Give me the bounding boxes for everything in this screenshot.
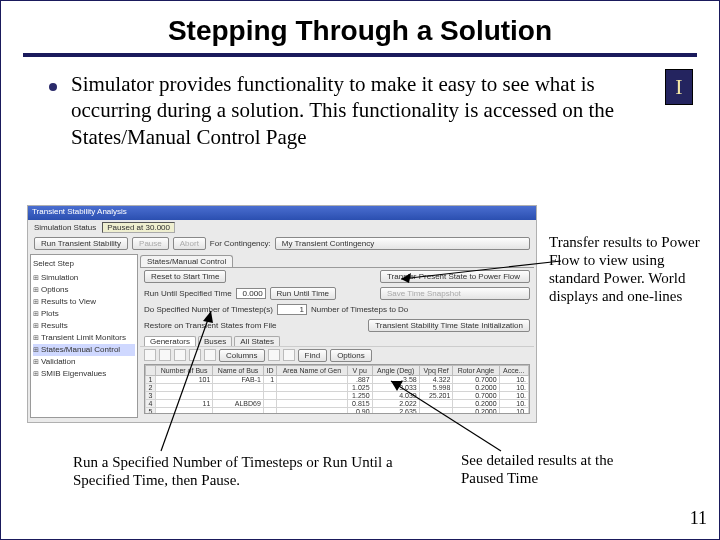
bullet-text: Simulator provides functionality to make… bbox=[71, 71, 679, 150]
results-grid[interactable]: Number of BusName of BusIDArea Name of G… bbox=[144, 364, 530, 414]
tree-node[interactable]: Validation bbox=[33, 356, 135, 368]
abort-button[interactable]: Abort bbox=[173, 237, 206, 250]
table-row[interactable]: 411ALBD690.8152.0220.200010. bbox=[146, 400, 529, 408]
subtab-buses[interactable]: Buses bbox=[198, 336, 232, 346]
page-number: 11 bbox=[690, 508, 707, 529]
column-header[interactable]: V pu bbox=[347, 366, 372, 376]
annotation-run-steps: Run a Specified Number of Timesteps or R… bbox=[73, 453, 413, 489]
column-header[interactable] bbox=[146, 366, 156, 376]
tree-header: Select Step bbox=[33, 258, 135, 272]
toolbar-icon[interactable] bbox=[159, 349, 171, 361]
tree-node[interactable]: Results to View bbox=[33, 296, 135, 308]
timesteps-count-field[interactable]: 1 bbox=[277, 304, 307, 315]
tree-node[interactable]: Results bbox=[33, 320, 135, 332]
bullet-dot-icon bbox=[49, 83, 57, 91]
run-until-time-button[interactable]: Run Until Time bbox=[270, 287, 336, 300]
tree-node[interactable]: Transient Limit Monitors bbox=[33, 332, 135, 344]
column-header[interactable]: ID bbox=[263, 366, 276, 376]
find-button[interactable]: Find bbox=[298, 349, 328, 362]
step-tree[interactable]: Select Step SimulationOptionsResults to … bbox=[30, 254, 138, 418]
toolbar-icon[interactable] bbox=[204, 349, 216, 361]
run-button[interactable]: Run Transient Stability bbox=[34, 237, 128, 250]
toolbar-icon[interactable] bbox=[174, 349, 186, 361]
state-init-button[interactable]: Transient Stability Time State Initializ… bbox=[368, 319, 530, 332]
app-screenshot: Transient Stability Analysis Simulation … bbox=[27, 205, 537, 423]
bullet-item: Simulator provides functionality to make… bbox=[1, 57, 719, 150]
column-header[interactable]: Area Name of Gen bbox=[277, 366, 347, 376]
save-snapshot-button[interactable]: Save Time Snapshot bbox=[380, 287, 530, 300]
restore-states-label: Restore on Transient States from File bbox=[144, 321, 277, 330]
options-button[interactable]: Options bbox=[330, 349, 372, 362]
toolbar-icon[interactable] bbox=[189, 349, 201, 361]
pause-button[interactable]: Pause bbox=[132, 237, 169, 250]
columns-button[interactable]: Columns bbox=[219, 349, 265, 362]
toolbar-icon[interactable] bbox=[283, 349, 295, 361]
reset-button[interactable]: Reset to Start Time bbox=[144, 270, 226, 283]
logo-letter: I bbox=[675, 74, 682, 100]
column-header[interactable]: Angle (Deg) bbox=[372, 366, 419, 376]
table-row[interactable]: 1101FAB-11.887-3.584.3220.700010. bbox=[146, 376, 529, 384]
subtab-strip: Generators Buses All States bbox=[140, 334, 534, 346]
annotation-transfer: Transfer results to Power Flow to view u… bbox=[549, 233, 701, 305]
run-until-label: Run Until Specified Time bbox=[144, 289, 232, 298]
column-header[interactable]: Vpq Ref bbox=[419, 366, 453, 376]
institution-logo: I bbox=[665, 69, 693, 105]
tab-states-manual[interactable]: States/Manual Control bbox=[140, 255, 233, 267]
toolbar-icon[interactable] bbox=[144, 349, 156, 361]
tree-node[interactable]: Plots bbox=[33, 308, 135, 320]
transfer-state-button[interactable]: Transfer Present State to Power Flow bbox=[380, 270, 530, 283]
toolbar-icon[interactable] bbox=[268, 349, 280, 361]
annotation-detailed: See detailed results at the Paused Time bbox=[461, 451, 631, 487]
subtab-all-states[interactable]: All States bbox=[234, 336, 280, 346]
run-until-time-field[interactable]: 0.000 bbox=[236, 288, 266, 299]
table-row[interactable]: 21.0253.0335.9980.200010. bbox=[146, 384, 529, 392]
window-titlebar: Transient Stability Analysis bbox=[28, 206, 536, 220]
tree-node[interactable]: SMIB Eigenvalues bbox=[33, 368, 135, 380]
sim-status-value: Paused at 30.000 bbox=[102, 222, 175, 233]
table-row[interactable]: 50.902.6350.200010. bbox=[146, 408, 529, 415]
tree-node[interactable]: Options bbox=[33, 284, 135, 296]
column-header[interactable]: Name of Bus bbox=[213, 366, 264, 376]
slide-title: Stepping Through a Solution bbox=[1, 1, 719, 53]
tree-node[interactable]: Simulation bbox=[33, 272, 135, 284]
for-contingency-label: For Contingency: bbox=[210, 239, 271, 248]
subtab-generators[interactable]: Generators bbox=[144, 336, 196, 346]
column-header[interactable]: Acce... bbox=[499, 366, 528, 376]
tree-node[interactable]: States/Manual Control bbox=[33, 344, 135, 356]
grid-toolbar: Columns Find Options bbox=[140, 346, 534, 364]
column-header[interactable]: Number of Bus bbox=[155, 366, 212, 376]
sim-status-label: Simulation Status bbox=[34, 223, 96, 232]
column-header[interactable]: Rotor Angle bbox=[453, 366, 499, 376]
table-row[interactable]: 31.2504.03925.2010.700010. bbox=[146, 392, 529, 400]
tab-strip: States/Manual Control bbox=[140, 254, 534, 268]
do-timesteps-label: Do Specified Number of Timestep(s) bbox=[144, 305, 273, 314]
num-timesteps-label: Number of Timesteps to Do bbox=[311, 305, 408, 314]
contingency-select[interactable]: My Transient Contingency bbox=[275, 237, 530, 250]
